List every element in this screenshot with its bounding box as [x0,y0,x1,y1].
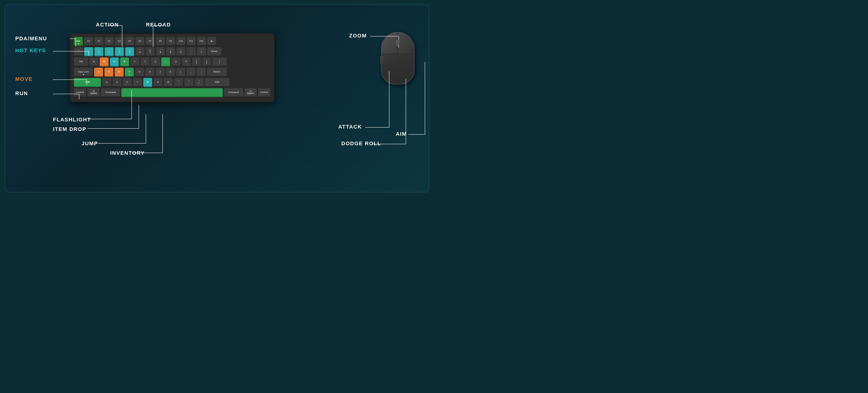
key-j[interactable]: J [156,68,165,77]
label-action: ACTION [96,22,119,28]
key-row-fn-row: EscF1F2F3F4F5F6F7F8F9F10F11F12⏏ [74,37,271,46]
key-0[interactable]: )0 [177,47,186,56]
key-slash[interactable]: ?/ [194,78,204,87]
key-shift-r[interactable]: Shift [205,78,230,87]
key-esc[interactable]: Esc [74,37,83,46]
key-h[interactable]: H [146,68,155,77]
key-return[interactable]: Return [207,68,227,77]
key-o[interactable]: O [172,58,181,66]
key-semicolon[interactable]: :; [186,68,195,77]
key-1[interactable]: !1 [84,47,93,56]
key-p[interactable]: P [182,58,191,66]
label-zoom: ZOOM [349,33,367,39]
label-move: MOVE [15,76,33,82]
mouse-scroll-wheel [396,39,399,46]
key-capslock[interactable]: Caps Lock [74,68,93,77]
key-delete[interactable]: Delete [207,47,221,56]
key-row-asdf-row: Caps LockASDFGHJKL:;"'Return [74,68,271,77]
key-comma[interactable]: <, [174,78,183,87]
key-f1[interactable]: F1 [84,37,93,46]
label-run: RUN [15,90,28,97]
label-aim: AIM [396,131,407,137]
key-f2[interactable]: F2 [94,37,103,46]
key-rbrace[interactable]: }] [202,58,211,66]
key-tab[interactable]: Tab [74,58,88,66]
key-f10[interactable]: F10 [177,37,186,46]
key-z[interactable]: Z [102,78,111,87]
key-q[interactable]: Q [89,58,98,66]
key-quote[interactable]: "' [197,68,206,77]
key-period[interactable]: >. [184,78,193,87]
key-a[interactable]: A [94,68,103,77]
key-y[interactable]: Y [141,58,150,66]
key-c[interactable]: C [123,78,132,87]
label-inventory: INVENTORY [110,150,145,156]
label-hotkeys: HOT KEYS [15,48,46,54]
key-f4[interactable]: F4 [115,37,124,46]
key-ctrl-r[interactable]: Control [258,88,271,97]
key-tilde[interactable]: ~` [74,47,83,56]
key-8[interactable]: *8 [156,47,165,56]
key-b[interactable]: B [143,78,152,87]
key-5[interactable]: %5 [125,47,134,56]
key-minus[interactable]: _- [187,47,196,56]
key-eject[interactable]: ⏏ [207,37,216,46]
key-f8[interactable]: F8 [156,37,165,46]
key-9[interactable]: (9 [166,47,175,56]
key-u[interactable]: U [151,58,160,66]
key-f[interactable]: F [125,68,134,77]
key-row-zxcv-row: ShiftZXCVBNM<,>.?/Shift [74,78,271,87]
key-row-bottom-row: ControlAltOptionCommandCommandAltOptionC… [74,88,271,97]
key-f12[interactable]: F12 [197,37,206,46]
key-f6[interactable]: F6 [135,37,145,46]
label-attack: ATTACK [338,124,362,130]
mouse-diagram [381,32,414,84]
key-w[interactable]: W [100,58,109,66]
key-v[interactable]: V [133,78,142,87]
key-s[interactable]: S [104,68,114,77]
key-row-qwerty-row: TabQWERTYUIOP{[}]|\ [74,58,271,66]
key-r[interactable]: R [120,58,129,66]
key-d[interactable]: D [115,68,124,77]
label-reload: RELOAD [146,22,171,28]
label-pda: PDA/MENU [15,35,47,42]
key-lbrace[interactable]: {[ [192,58,201,66]
label-itemdrop: ITEM DROP [53,126,86,132]
key-f7[interactable]: F7 [146,37,155,46]
key-2[interactable]: @2 [94,47,103,56]
label-dodge-roll: DODGE ROLL [341,141,381,147]
key-m[interactable]: M [164,78,173,87]
key-alt-r[interactable]: AltOption [244,88,257,97]
key-alt-l[interactable]: AltOption [88,88,100,97]
key-row-num-row: ~`!1@2#3$4%5^6&7*8(9)0_-+=Delete [74,47,271,56]
key-pipe[interactable]: |\ [213,58,227,66]
key-plus[interactable]: += [197,47,206,56]
main-container: ACTION RELOAD PDA/MENU HOT KEYS MOVE RUN… [5,4,429,192]
key-4[interactable]: $4 [115,47,124,56]
key-l[interactable]: L [176,68,185,77]
key-ctrl-l[interactable]: Control [74,88,86,97]
key-t[interactable]: T [130,58,140,66]
key-g[interactable]: G [135,68,144,77]
key-f11[interactable]: F11 [187,37,196,46]
key-6[interactable]: ^6 [135,47,145,56]
mouse-body [381,32,414,84]
key-f3[interactable]: F3 [105,37,114,46]
key-e[interactable]: E [110,58,119,66]
mouse-right-button [398,32,414,54]
key-space[interactable] [121,88,223,97]
key-x[interactable]: X [113,78,122,87]
key-k[interactable]: K [166,68,175,77]
key-cmd-l[interactable]: Command [101,88,120,97]
key-f5[interactable]: F5 [125,37,134,46]
label-flashlight: FLASHLIGHT [53,117,91,123]
key-shift-l[interactable]: Shift [74,78,101,87]
key-7[interactable]: &7 [146,47,155,56]
key-f9[interactable]: F9 [166,37,175,46]
key-i[interactable]: I [161,58,170,66]
key-3[interactable]: #3 [105,47,114,56]
keyboard: EscF1F2F3F4F5F6F7F8F9F10F11F12⏏~`!1@2#3$… [70,33,275,102]
key-cmd-r[interactable]: Command [224,88,243,97]
key-n[interactable]: N [154,78,163,87]
mouse-side-button [380,56,383,63]
